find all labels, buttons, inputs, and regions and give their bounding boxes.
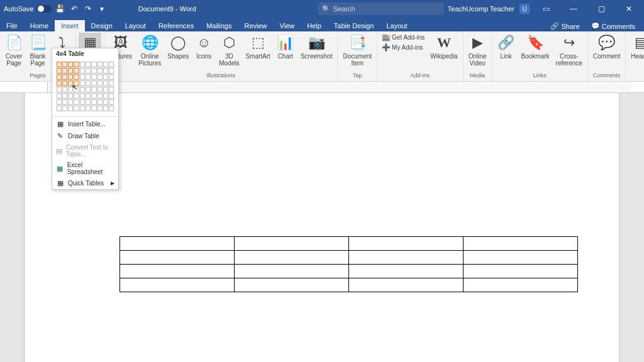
- quick-tables-item[interactable]: ▦Quick Tables▶: [52, 177, 118, 189]
- maximize-icon[interactable]: ▢: [590, 0, 613, 18]
- grid-cell[interactable]: [57, 93, 62, 99]
- grid-cell[interactable]: [86, 93, 91, 99]
- grid-cell[interactable]: [91, 74, 96, 80]
- chart-button[interactable]: 📊Chart: [274, 33, 297, 61]
- grid-cell[interactable]: [74, 106, 79, 111]
- document-item-button[interactable]: 📑Document Item: [340, 33, 374, 68]
- grid-cell[interactable]: [103, 80, 108, 86]
- grid-cell[interactable]: [109, 74, 114, 80]
- screenshot-button[interactable]: 📷Screenshot: [298, 33, 335, 61]
- tab-mailings[interactable]: Mailings: [200, 20, 238, 31]
- grid-cell[interactable]: [97, 80, 103, 86]
- grid-cell[interactable]: [97, 62, 103, 67]
- tab-review[interactable]: Review: [238, 20, 274, 31]
- tab-file[interactable]: File: [0, 20, 24, 31]
- grid-cell[interactable]: [86, 80, 91, 86]
- wikipedia-button[interactable]: WWikipedia: [428, 33, 460, 61]
- grid-cell[interactable]: [74, 87, 79, 92]
- tab-home[interactable]: Home: [24, 20, 55, 31]
- grid-cell[interactable]: [68, 68, 73, 74]
- icons-button[interactable]: ☺Icons: [192, 33, 215, 61]
- grid-cell[interactable]: [80, 80, 85, 86]
- grid-cell[interactable]: [103, 106, 108, 111]
- grid-cell[interactable]: [109, 80, 114, 86]
- grid-cell[interactable]: [57, 74, 62, 80]
- grid-cell[interactable]: [80, 93, 85, 99]
- grid-cell[interactable]: [68, 87, 73, 92]
- user-avatar[interactable]: U: [519, 4, 530, 14]
- grid-cell[interactable]: [103, 93, 108, 99]
- grid-cell[interactable]: [86, 62, 91, 67]
- grid-cell[interactable]: [91, 62, 96, 67]
- 3d-models-button[interactable]: ⬡3D Models: [216, 33, 242, 68]
- grid-cell[interactable]: [109, 87, 114, 92]
- grid-cell[interactable]: [62, 62, 67, 67]
- grid-cell[interactable]: [80, 106, 85, 111]
- grid-cell[interactable]: [91, 99, 96, 105]
- table-row[interactable]: [120, 278, 578, 292]
- grid-cell[interactable]: [86, 106, 91, 111]
- grid-cell[interactable]: [80, 99, 85, 105]
- cross-reference-button[interactable]: ↪Cross- reference: [553, 33, 585, 68]
- grid-cell[interactable]: [62, 80, 67, 86]
- close-icon[interactable]: ✕: [618, 0, 640, 18]
- grid-cell[interactable]: [109, 99, 114, 105]
- shapes-button[interactable]: ◯Shapes: [165, 33, 191, 61]
- grid-cell[interactable]: [68, 74, 73, 80]
- grid-cell[interactable]: [109, 93, 114, 99]
- grid-cell[interactable]: [86, 99, 91, 105]
- save-icon[interactable]: 💾: [55, 4, 65, 14]
- grid-cell[interactable]: [74, 74, 79, 80]
- grid-cell[interactable]: [97, 68, 103, 74]
- grid-cell[interactable]: [57, 87, 62, 92]
- grid-cell[interactable]: [62, 74, 67, 80]
- online-pictures-button[interactable]: 🌐Online Pictures: [136, 33, 164, 68]
- table-row[interactable]: [120, 237, 578, 251]
- grid-cell[interactable]: [62, 93, 67, 99]
- grid-cell[interactable]: [80, 68, 85, 74]
- table-row[interactable]: [120, 265, 578, 278]
- grid-cell[interactable]: [57, 106, 62, 111]
- grid-cell[interactable]: [91, 106, 96, 111]
- grid-cell[interactable]: [103, 99, 108, 105]
- tab-insert[interactable]: Insert: [55, 20, 85, 31]
- grid-cell[interactable]: [74, 62, 79, 67]
- grid-cell[interactable]: [68, 62, 73, 67]
- grid-cell[interactable]: [103, 74, 108, 80]
- tab-design[interactable]: Design: [85, 20, 119, 31]
- grid-cell[interactable]: [62, 99, 67, 105]
- tab-view[interactable]: View: [274, 20, 301, 31]
- table-row[interactable]: [120, 251, 578, 265]
- grid-cell[interactable]: [86, 87, 91, 92]
- grid-cell[interactable]: [97, 87, 103, 92]
- grid-cell[interactable]: [74, 80, 79, 86]
- grid-cell[interactable]: [74, 99, 79, 105]
- qat-dropdown-icon[interactable]: ▾: [97, 4, 107, 14]
- cover-page-button[interactable]: 📄Cover Page: [3, 33, 25, 68]
- autosave-toggle[interactable]: AutoSave: [4, 5, 52, 13]
- my-addins-button[interactable]: ➕My Add-ins: [380, 43, 426, 52]
- grid-cell[interactable]: [103, 62, 108, 67]
- grid-cell[interactable]: [62, 106, 67, 111]
- grid-cell[interactable]: [80, 62, 85, 67]
- grid-cell[interactable]: [91, 80, 96, 86]
- grid-cell[interactable]: [109, 106, 114, 111]
- grid-cell[interactable]: [68, 93, 73, 99]
- grid-cell[interactable]: [68, 99, 73, 105]
- grid-cell[interactable]: [109, 68, 114, 74]
- get-addins-button[interactable]: 🏬Get Add-ins: [380, 33, 426, 42]
- grid-cell[interactable]: [97, 93, 103, 99]
- grid-cell[interactable]: [86, 68, 91, 74]
- online-video-button[interactable]: ▶Online Video: [466, 33, 489, 68]
- table-size-grid[interactable]: [52, 59, 118, 115]
- ribbon-display-icon[interactable]: ▭: [535, 0, 557, 18]
- minimize-icon[interactable]: —: [562, 0, 585, 18]
- grid-cell[interactable]: [97, 74, 103, 80]
- excel-spreadsheet-item[interactable]: ▦Excel Spreadsheet: [52, 160, 118, 177]
- grid-cell[interactable]: [80, 74, 85, 80]
- tab-help[interactable]: Help: [301, 20, 328, 31]
- grid-cell[interactable]: [91, 68, 96, 74]
- inserted-table[interactable]: [119, 236, 578, 292]
- grid-cell[interactable]: [91, 87, 96, 92]
- grid-cell[interactable]: [74, 68, 79, 74]
